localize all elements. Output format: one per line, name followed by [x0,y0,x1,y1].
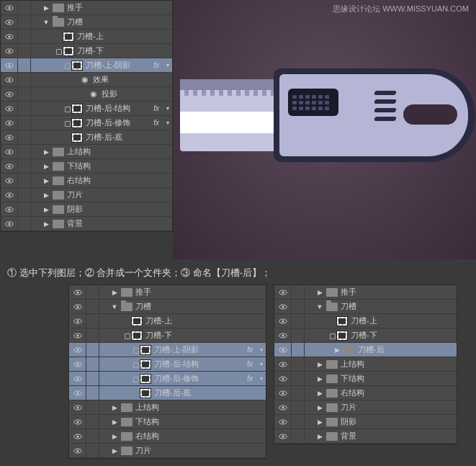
layer-row[interactable]: ▶推手 [274,285,457,300]
visibility-eye-icon[interactable] [1,159,18,173]
visibility-eye-icon[interactable] [69,415,86,429]
expand-arrow-icon[interactable]: ▶ [316,361,323,368]
layer-row[interactable]: ▶下结构 [274,372,457,386]
fx-badge[interactable]: fx [153,104,159,112]
expand-arrow-icon[interactable]: ▶ [42,4,50,12]
layer-row[interactable]: 刀槽-后-底 [69,386,266,400]
layer-row[interactable]: ▼刀槽 [69,300,266,314]
visibility-eye-icon[interactable] [1,15,18,29]
visibility-eye-icon[interactable] [69,343,86,357]
visibility-eye-icon[interactable] [1,44,18,58]
layer-label[interactable]: 刀槽-后-结构 [154,359,199,369]
visibility-eye-icon[interactable] [274,400,292,414]
visibility-eye-icon[interactable] [1,87,18,101]
visibility-eye-icon[interactable] [69,314,86,328]
layer-row[interactable]: ▶阴影 [274,415,457,429]
fx-chevron-icon[interactable]: ▾ [166,120,169,126]
layer-row[interactable]: 刀槽-下 [1,44,172,58]
expand-arrow-icon[interactable]: ▶ [316,289,323,296]
layer-label[interactable]: 阴影 [341,416,356,427]
expand-arrow-icon[interactable]: ▶ [42,148,50,156]
visibility-eye-icon[interactable] [1,73,18,86]
layer-row[interactable]: 刀槽-上 [1,30,172,44]
layer-label[interactable]: 下结构 [67,161,91,171]
expand-arrow-icon[interactable]: ▼ [42,19,50,26]
expand-arrow-icon[interactable]: ▶ [111,289,118,296]
expand-arrow-icon[interactable]: ▶ [111,433,118,440]
layer-label[interactable]: 刀槽 [341,301,356,312]
layer-row[interactable]: ▶刀槽-后 [274,343,457,357]
expand-arrow-icon[interactable]: ▶ [42,163,50,170]
fx-chevron-icon[interactable]: ▾ [166,105,169,112]
expand-arrow-icon[interactable]: ▶ [316,433,323,440]
layer-row[interactable]: ◉投影 [1,87,172,102]
layer-label[interactable]: 下结构 [341,373,364,384]
fx-chevron-icon[interactable]: ▾ [260,361,263,367]
layer-label[interactable]: 阴影 [67,204,83,215]
layer-row[interactable]: ▶阴影 [1,202,172,217]
layer-label[interactable]: 刀槽-后-修饰 [154,373,199,384]
visibility-eye-icon[interactable] [274,372,292,385]
expand-arrow-icon[interactable]: ▶ [42,220,50,228]
layer-row[interactable]: ▶背景 [1,217,172,231]
layer-label[interactable]: 刀槽-后-修饰 [86,117,130,128]
layer-row[interactable]: 刀槽-下 [69,328,266,343]
layer-row[interactable]: ▶下结构 [69,415,266,429]
expand-arrow-icon[interactable]: ▼ [316,303,323,310]
visibility-eye-icon[interactable] [274,314,292,328]
fx-chevron-icon[interactable]: ▾ [260,375,263,382]
visibility-eye-icon[interactable] [1,145,18,158]
layer-label[interactable]: 刀槽-上-阴影 [86,60,130,71]
expand-arrow-icon[interactable]: ▶ [316,418,323,426]
fx-chevron-icon[interactable]: ▾ [166,62,169,68]
visibility-eye-icon[interactable] [274,285,292,299]
layers-panel-before[interactable]: ▶推手▼刀槽刀槽-上刀槽-下刀槽-上-阴影fx▾刀槽-后-结构fx▾刀槽-后-修… [68,284,266,459]
visibility-eye-icon[interactable] [69,444,86,457]
layer-row[interactable]: 刀槽-上-阴影fx▾ [69,343,266,357]
layer-row[interactable]: 刀槽-后-结构fx▾ [69,357,266,372]
visibility-eye-icon[interactable] [274,343,292,357]
layer-row[interactable]: ▶右结构 [1,174,172,188]
layer-row[interactable]: 刀槽-上-阴影fx▾ [1,58,172,73]
visibility-eye-icon[interactable] [1,188,18,202]
layers-panel-after[interactable]: ▶推手▼刀槽刀槽-上刀槽-下▶刀槽-后▶上结构▶下结构▶右结构▶刀片▶阴影▶背景 [274,284,457,444]
visibility-eye-icon[interactable] [69,386,86,400]
visibility-eye-icon[interactable] [1,58,18,72]
expand-arrow-icon[interactable]: ▼ [111,303,118,310]
expand-arrow-icon[interactable]: ▶ [316,404,323,411]
visibility-eye-icon[interactable] [274,415,292,429]
layer-row[interactable]: 刀槽-上 [69,314,266,328]
layer-row[interactable]: ▼刀槽 [1,15,172,30]
layer-label[interactable]: 刀槽-上 [145,315,172,326]
visibility-eye-icon[interactable] [1,217,18,230]
expand-arrow-icon[interactable]: ▶ [333,346,341,354]
layer-row[interactable]: ▶刀片 [274,400,457,415]
layer-label[interactable]: 右结构 [341,387,364,398]
layer-row[interactable]: ▶右结构 [69,429,266,444]
fx-badge[interactable]: fx [247,360,253,368]
layer-row[interactable]: ◉效果 [1,73,172,87]
layer-label[interactable]: 刀片 [135,445,151,456]
layer-row[interactable]: ▶右结构 [274,386,457,400]
layer-row[interactable]: 刀槽-上 [274,314,457,328]
expand-arrow-icon[interactable]: ▶ [316,390,323,397]
layer-label[interactable]: 刀片 [67,189,83,200]
visibility-eye-icon[interactable] [69,372,86,385]
visibility-eye-icon[interactable] [69,300,86,313]
layer-row[interactable]: ▶下结构 [1,159,172,174]
layer-row[interactable]: ▶刀片 [69,444,266,458]
layer-label[interactable]: 右结构 [67,175,91,186]
expand-arrow-icon[interactable]: ▶ [42,206,50,213]
expand-arrow-icon[interactable]: ▶ [42,192,50,199]
layer-row[interactable]: ▶上结构 [1,145,172,159]
visibility-eye-icon[interactable] [274,429,292,443]
layer-row[interactable]: 刀槽-下 [274,328,457,343]
expand-arrow-icon[interactable]: ▶ [111,404,118,411]
layer-label[interactable]: 刀槽-后-底 [86,132,122,143]
layer-row[interactable]: ▶推手 [69,285,266,300]
visibility-eye-icon[interactable] [69,285,86,299]
layer-row[interactable]: ▶推手 [1,1,172,15]
expand-arrow-icon[interactable]: ▶ [111,418,118,426]
visibility-eye-icon[interactable] [274,357,292,371]
layer-label[interactable]: 刀槽-下 [77,45,104,56]
